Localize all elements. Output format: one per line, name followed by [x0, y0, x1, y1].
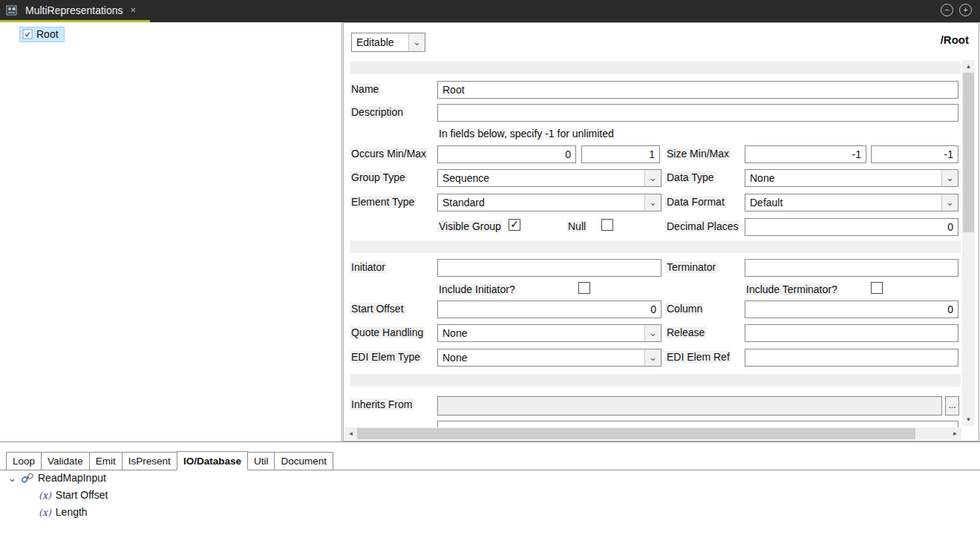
section-divider — [350, 62, 961, 74]
occurs-max-input[interactable] — [581, 145, 660, 163]
size-max-input[interactable] — [871, 145, 958, 163]
initiator-label: Initiator — [350, 261, 387, 273]
visible-group-checkbox[interactable]: ✓ — [509, 219, 520, 231]
terminator-label: Terminator — [665, 261, 717, 273]
titlebar: MultiRepresentations × − + — [0, 0, 980, 22]
scroll-down-icon[interactable]: ▼ — [962, 413, 975, 426]
column-input[interactable] — [745, 301, 958, 318]
include-terminator-label: Include Terminator? — [745, 283, 839, 295]
element-type-select[interactable]: Standard ⌄ — [437, 194, 662, 211]
inherits-from-input — [437, 396, 942, 416]
release-label: Release — [665, 326, 706, 338]
bottom-panel: Loop Validate Emit IsPresent IO/Database… — [0, 442, 980, 555]
expander-icon[interactable]: ⌄ — [7, 473, 17, 484]
tree-node-root-label: Root — [36, 28, 59, 40]
data-type-select[interactable]: None ⌄ — [745, 169, 958, 187]
group-type-label: Group Type — [350, 171, 407, 183]
node-path-label: /Root — [941, 33, 969, 46]
visible-group-label: Visible Group — [437, 220, 503, 232]
tree-node-start-offset-label: Start Offset — [56, 489, 108, 501]
clipped-next-field — [437, 421, 958, 427]
edi-elem-type-value: None — [442, 352, 467, 364]
decimal-places-input[interactable] — [745, 218, 958, 236]
node-editor-panel: Editable ⌄ /Root Name Description In fie… — [343, 22, 979, 441]
editor-vertical-scrollbar[interactable]: ▲ ▼ — [962, 60, 975, 426]
data-type-label: Data Type — [665, 171, 716, 183]
tree-node-start-offset[interactable]: (x) Start Offset — [39, 489, 108, 501]
tab-emit[interactable]: Emit — [89, 452, 122, 470]
name-label: Name — [350, 83, 380, 95]
section-divider — [350, 240, 961, 253]
edi-elem-type-label: EDI Elem Type — [350, 351, 422, 363]
data-format-label: Data Format — [665, 196, 726, 208]
chevron-down-icon: ⌄ — [941, 194, 958, 211]
chain-icon — [22, 472, 33, 484]
tab-ispresent[interactable]: IsPresent — [122, 452, 177, 470]
tab-io-database[interactable]: IO/Database — [177, 451, 248, 470]
chevron-down-icon: ⌄ — [644, 194, 661, 211]
unlimited-hint-text: In fields below, specify -1 for unlimite… — [437, 128, 615, 139]
tree-node-readmapinput[interactable]: ⌄ ReadMapInput — [7, 472, 106, 484]
include-initiator-checkbox[interactable] — [578, 282, 590, 294]
document-tab[interactable]: MultiRepresentations × — [0, 0, 146, 20]
include-terminator-checkbox[interactable] — [871, 282, 883, 294]
initiator-input[interactable] — [437, 259, 662, 277]
element-type-value: Standard — [442, 197, 485, 208]
inherits-from-label: Inherits From — [350, 398, 414, 410]
group-type-value: Sequence — [442, 172, 489, 184]
chevron-down-icon: ⌄ — [408, 33, 425, 51]
variable-icon: (x) — [39, 490, 51, 501]
column-label: Column — [665, 303, 704, 315]
include-initiator-label: Include Initiator? — [437, 283, 517, 295]
edi-elem-ref-label: EDI Elem Ref — [665, 351, 731, 363]
tree-node-length[interactable]: (x) Length — [39, 506, 88, 518]
edit-mode-select[interactable]: Editable ⌄ — [351, 33, 425, 52]
scroll-up-icon[interactable]: ▲ — [962, 60, 975, 73]
tree-node-root[interactable]: Root — [19, 27, 65, 42]
start-offset-label: Start Offset — [350, 303, 405, 315]
tab-util[interactable]: Util — [247, 452, 275, 470]
edit-mode-value: Editable — [356, 36, 394, 48]
quote-handling-label: Quote Handling — [350, 326, 425, 338]
window-maximize-button[interactable]: + — [959, 4, 972, 16]
tab-document[interactable]: Document — [274, 452, 333, 470]
data-format-value: Default — [750, 197, 783, 208]
size-min-input[interactable] — [745, 145, 866, 163]
occurs-min-input[interactable] — [437, 145, 576, 163]
group-type-select[interactable]: Sequence ⌄ — [437, 169, 662, 187]
tab-validate[interactable]: Validate — [41, 452, 90, 470]
description-label: Description — [350, 106, 405, 118]
root-node-icon — [22, 29, 33, 39]
variable-icon: (x) — [39, 507, 51, 518]
bottom-tabstrip: Loop Validate Emit IsPresent IO/Database… — [0, 450, 980, 470]
scroll-right-icon[interactable]: ► — [949, 427, 961, 440]
chevron-down-icon: ⌄ — [644, 170, 661, 186]
quote-handling-value: None — [442, 327, 467, 339]
horizontal-scrollbar-thumb[interactable] — [357, 428, 915, 439]
tab-loop[interactable]: Loop — [6, 452, 42, 470]
tree-node-readmapinput-label: ReadMapInput — [38, 472, 106, 484]
name-input[interactable] — [437, 81, 958, 99]
editor-horizontal-scrollbar[interactable]: ◄ ► — [344, 427, 961, 440]
data-format-select[interactable]: Default ⌄ — [745, 194, 958, 211]
app-icon — [6, 4, 18, 16]
edi-elem-type-select[interactable]: None ⌄ — [437, 349, 662, 367]
window-minimize-button[interactable]: − — [941, 4, 953, 16]
scroll-left-icon[interactable]: ◄ — [344, 427, 357, 440]
chevron-down-icon: ⌄ — [941, 170, 958, 186]
null-label: Null — [566, 220, 587, 232]
section-divider — [350, 374, 961, 387]
tree-node-length-label: Length — [56, 506, 88, 518]
edi-elem-ref-input[interactable] — [745, 349, 958, 367]
occurs-minmax-label: Occurs Min/Max — [350, 148, 428, 160]
quote-handling-select[interactable]: None ⌄ — [437, 324, 662, 342]
terminator-input[interactable] — [745, 259, 958, 277]
vertical-scrollbar-thumb[interactable] — [963, 73, 974, 232]
inherits-from-browse-button[interactable]: ... — [945, 396, 959, 416]
description-input[interactable] — [437, 104, 958, 122]
release-input[interactable] — [745, 324, 958, 342]
tab-close-icon[interactable]: × — [131, 4, 137, 16]
start-offset-input[interactable] — [437, 301, 662, 318]
null-checkbox[interactable] — [601, 219, 613, 231]
structure-tree-panel: Root — [0, 22, 342, 441]
